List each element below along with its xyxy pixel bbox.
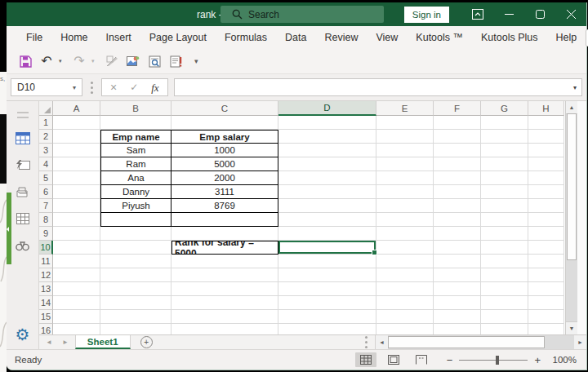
column-list-pane-icon[interactable] [15, 211, 31, 226]
column-header-E[interactable]: E [376, 101, 434, 116]
cell-A1[interactable] [53, 116, 100, 130]
cell-F2[interactable] [434, 130, 481, 144]
cell-G3[interactable] [481, 144, 528, 157]
cell-E15[interactable] [376, 310, 434, 324]
cell-B6[interactable]: Danny [100, 185, 172, 199]
cell-B7[interactable]: Piyush [100, 199, 172, 213]
customize-qat-chevron[interactable]: ▾ [194, 57, 198, 65]
spelling-button[interactable] [167, 51, 185, 71]
cell-H1[interactable] [528, 116, 564, 130]
formula-bar-drag-dots[interactable] [91, 86, 93, 89]
cell-G10[interactable] [481, 241, 528, 255]
cell-G13[interactable] [481, 282, 528, 296]
ribbon-display-options-button[interactable] [462, 2, 493, 26]
cancel-entry-icon[interactable]: × [110, 82, 117, 93]
cell-D7[interactable] [278, 199, 376, 213]
cell-D11[interactable] [278, 255, 376, 268]
save-button[interactable] [16, 51, 34, 71]
cell-E4[interactable] [376, 157, 434, 171]
cell-B9[interactable] [100, 227, 172, 241]
row-header-7[interactable]: 7 [39, 199, 53, 213]
cell-C2[interactable]: Emp salary [172, 130, 278, 144]
cell-C15[interactable] [172, 310, 278, 324]
ribbon-tab-kutools[interactable]: Kutools ™ [407, 26, 472, 49]
cell-D12[interactable] [278, 268, 376, 282]
cell-D8[interactable] [278, 213, 376, 227]
page-layout-view-button[interactable] [383, 352, 404, 367]
vertical-scroll-thumb[interactable] [567, 113, 577, 260]
column-header-F[interactable]: F [434, 101, 481, 116]
cell-C9[interactable] [172, 227, 278, 241]
zoom-slider-track[interactable] [459, 360, 528, 361]
cell-B2[interactable]: Emp name [100, 130, 172, 144]
cell-C5[interactable]: 2000 [172, 171, 278, 185]
scroll-up-icon[interactable]: ▲ [566, 101, 577, 114]
cell-C4[interactable]: 5000 [172, 157, 278, 171]
cell-A2[interactable] [53, 130, 100, 144]
ribbon-tab-insert[interactable]: Insert [97, 26, 140, 49]
cell-B11[interactable] [100, 255, 172, 268]
cell-H5[interactable] [528, 171, 564, 185]
ribbon-tab-data[interactable]: Data [276, 26, 315, 49]
tab-bar-split-dots[interactable] [365, 341, 368, 343]
name-box[interactable]: D10 ▾ [11, 78, 82, 96]
cell-F15[interactable] [434, 310, 481, 324]
cell-F4[interactable] [434, 157, 481, 171]
cell-A11[interactable] [53, 255, 100, 268]
confirm-entry-icon[interactable]: ✓ [130, 82, 138, 92]
cell-E12[interactable] [376, 268, 434, 282]
cell-A8[interactable] [53, 213, 100, 227]
cell-G11[interactable] [481, 255, 528, 268]
redo-button[interactable]: ↷ [70, 51, 88, 71]
ribbon-tab-page-layout[interactable]: Page Layout [140, 26, 216, 49]
cell-A6[interactable] [53, 185, 100, 199]
insert-function-icon[interactable]: fx [151, 82, 158, 93]
cell-D3[interactable] [278, 144, 376, 157]
cell-A14[interactable] [53, 296, 100, 310]
minimize-button[interactable] [493, 2, 524, 26]
cell-E2[interactable] [376, 130, 434, 144]
page-break-preview-button[interactable] [411, 352, 432, 367]
cell-C3[interactable]: 1000 [172, 144, 278, 157]
sheet-tab-sheet1[interactable]: Sheet1 [75, 335, 131, 349]
expand-formula-bar-icon[interactable]: ▾ [573, 84, 577, 91]
pane-drag-handle[interactable] [17, 112, 29, 118]
cell-D1[interactable] [278, 116, 376, 130]
cell-C14[interactable] [172, 296, 278, 310]
column-header-D[interactable]: D [278, 101, 376, 116]
cell-D10[interactable] [278, 241, 376, 255]
cell-C11[interactable] [172, 255, 278, 268]
cell-C13[interactable] [172, 282, 278, 296]
cell-A4[interactable] [53, 157, 100, 171]
row-header-8[interactable]: 8 [39, 213, 53, 227]
redo-dropdown-chevron[interactable]: ▾ [91, 58, 100, 64]
row-header-9[interactable]: 9 [39, 227, 53, 241]
cell-G1[interactable] [481, 116, 528, 130]
search-box[interactable]: Search [220, 6, 384, 23]
column-header-C[interactable]: C [172, 101, 278, 116]
cell-A12[interactable] [53, 268, 100, 282]
cell-H4[interactable] [528, 157, 564, 171]
normal-view-button[interactable] [355, 352, 376, 367]
row-header-12[interactable]: 12 [39, 268, 53, 282]
prev-sheet-icon[interactable]: ◄ [46, 339, 52, 346]
cell-H15[interactable] [528, 310, 564, 324]
row-header-1[interactable]: 1 [39, 116, 53, 130]
cell-G7[interactable] [481, 199, 528, 213]
zoom-in-button[interactable]: + [534, 355, 541, 365]
zoom-slider-thumb[interactable] [496, 356, 499, 365]
cell-E14[interactable] [376, 296, 434, 310]
cell-F6[interactable] [434, 185, 481, 199]
print-preview-button[interactable] [145, 51, 163, 71]
cell-F8[interactable] [434, 213, 481, 227]
cell-F12[interactable] [434, 268, 481, 282]
cell-B13[interactable] [100, 282, 172, 296]
row-header-13[interactable]: 13 [39, 282, 53, 296]
cell-F3[interactable] [434, 144, 481, 157]
undo-dropdown-chevron[interactable]: ▾ [59, 58, 67, 64]
formula-input[interactable]: ▾ [174, 78, 582, 96]
cell-E5[interactable] [376, 171, 434, 185]
cell-B5[interactable]: Ana [100, 171, 172, 185]
cell-F7[interactable] [434, 199, 481, 213]
cell-G9[interactable] [481, 227, 528, 241]
